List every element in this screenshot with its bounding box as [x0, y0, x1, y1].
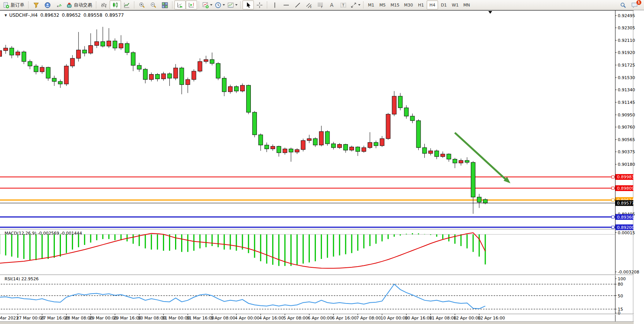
- horizontal-line-button[interactable]: [281, 0, 292, 10]
- candle-body: [344, 145, 348, 150]
- current-price-tag-label: 0.89577: [617, 201, 634, 206]
- time-tick-label: 12 Apr 16:00: [478, 316, 505, 321]
- zoom-in-button[interactable]: [136, 0, 148, 10]
- cursor-button[interactable]: [242, 0, 254, 10]
- periods-button[interactable]: [214, 0, 226, 10]
- time-tick-label: 29 Mar 00:00: [89, 316, 117, 321]
- ohlc-high: 0.89652: [62, 13, 81, 18]
- arrows-button[interactable]: [349, 0, 362, 10]
- charts-profile-button[interactable]: [30, 0, 42, 10]
- time-tick-label: 12 Apr 00:00: [453, 316, 481, 321]
- profile-icon: [33, 2, 40, 8]
- candle-body: [89, 46, 93, 53]
- crosshair-icon: [256, 2, 263, 8]
- tf-h4-button[interactable]: H4: [427, 0, 438, 10]
- candle-body: [240, 85, 244, 91]
- auto-scroll-button[interactable]: [174, 0, 186, 10]
- svg-text:T: T: [342, 3, 344, 7]
- vertical-line-button[interactable]: [269, 0, 281, 10]
- line-chart-button[interactable]: [121, 0, 132, 10]
- level-handle[interactable]: [612, 187, 614, 189]
- level-handle[interactable]: [612, 226, 614, 229]
- crosshair-button[interactable]: [254, 0, 265, 10]
- candle-body: [143, 69, 147, 79]
- chart-window[interactable]: ▼ USDCHF-,H4 0.89632 0.89652 0.89558 0.8…: [0, 10, 644, 324]
- tf-h1-button[interactable]: H1: [415, 0, 427, 10]
- periods-icon: [215, 2, 222, 8]
- tf-m30-button[interactable]: M30: [402, 0, 416, 10]
- autotrading-button[interactable]: 自动交易: [65, 0, 94, 10]
- candle-body: [83, 50, 87, 53]
- candle-body: [64, 66, 69, 84]
- text-label-button[interactable]: T: [338, 0, 349, 10]
- accounts-button[interactable]: [42, 0, 53, 10]
- candle-body: [471, 162, 475, 197]
- tf-w1-label: W1: [452, 3, 459, 8]
- price-tick-label: 0.92305: [618, 25, 635, 30]
- bar-chart-button[interactable]: [98, 0, 110, 10]
- zoom-out-button[interactable]: [148, 0, 159, 10]
- candle-body: [271, 146, 275, 149]
- notifications-button[interactable]: 1: [629, 0, 640, 10]
- svg-text:F: F: [321, 6, 323, 8]
- chart-shift-button[interactable]: [186, 0, 197, 10]
- tile-windows-button[interactable]: [159, 0, 171, 10]
- chevron-down-icon[interactable]: [210, 4, 212, 6]
- chevron-down-icon[interactable]: [223, 4, 225, 6]
- fibonacci-button[interactable]: F: [315, 0, 326, 10]
- time-tick-label: 4 Apr 16:00: [259, 316, 284, 321]
- candle-body: [216, 64, 220, 78]
- candle-body: [453, 159, 457, 163]
- tf-mn-button[interactable]: MN: [461, 0, 472, 10]
- tf-m15-button[interactable]: M15: [388, 0, 402, 10]
- price-tick-label: 0.91340: [618, 87, 635, 92]
- level-handle[interactable]: [612, 176, 614, 178]
- chart-menu-icon[interactable]: ▼: [5, 14, 7, 17]
- candle-body: [307, 139, 311, 141]
- indicators-button[interactable]: [201, 0, 214, 10]
- candle-body: [155, 75, 159, 79]
- toolbar-separator: [172, 2, 173, 8]
- rsi-tick-label: 80: [618, 282, 623, 287]
- templates-button[interactable]: [226, 0, 239, 10]
- line-chart-icon: [123, 2, 130, 8]
- trendline-button[interactable]: [292, 0, 303, 10]
- candle-body: [210, 60, 214, 64]
- time-tick-label: 31 Mar 00:00: [162, 316, 190, 321]
- candlestick-chart-button[interactable]: [110, 0, 121, 10]
- macd-tick-label: -0.003208: [618, 270, 639, 275]
- chart-symbol-period: USDCHF-,H4: [9, 13, 38, 18]
- time-tick-label: 10 Apr 00:00: [381, 316, 408, 321]
- tf-m1-button[interactable]: M1: [365, 0, 377, 10]
- tf-d1-button[interactable]: D1: [438, 0, 450, 10]
- level-handle[interactable]: [612, 199, 614, 201]
- candle-body: [149, 75, 153, 80]
- time-tick-label: 31 Mar 16:00: [186, 316, 214, 321]
- search-button[interactable]: [617, 0, 629, 10]
- candle-body: [356, 147, 360, 151]
- level-price-tag-label: 0.89983: [617, 175, 634, 179]
- tf-w1-button[interactable]: W1: [450, 0, 461, 10]
- tf-m5-button[interactable]: M5: [377, 0, 388, 10]
- candle-body: [234, 87, 239, 91]
- chart-plot[interactable]: 0.924950.923050.921100.919200.917250.915…: [0, 10, 644, 324]
- equidistant-channel-button[interactable]: E: [303, 0, 315, 10]
- candle-body: [410, 116, 414, 121]
- toolbar-separator: [96, 2, 97, 8]
- chevron-down-icon[interactable]: [358, 4, 360, 6]
- text-button[interactable]: A: [326, 0, 338, 10]
- time-tick-label: 5 Apr 08:00: [284, 316, 308, 321]
- candle-body: [58, 81, 62, 84]
- toolbar-separator: [199, 2, 199, 8]
- autotrading-icon: [66, 2, 73, 8]
- level-handle[interactable]: [612, 216, 614, 218]
- price-tick-label: 0.91145: [618, 100, 635, 105]
- chevron-down-icon[interactable]: [235, 4, 238, 6]
- candle-body: [77, 50, 81, 58]
- candle-body: [137, 65, 141, 69]
- price-tick-label: 0.90180: [618, 162, 635, 167]
- time-tick-label: 27 Mar 16:00: [41, 316, 69, 321]
- candle-body: [107, 41, 111, 46]
- new-order-button[interactable]: 新订单: [2, 0, 27, 10]
- signals-button[interactable]: [53, 0, 65, 10]
